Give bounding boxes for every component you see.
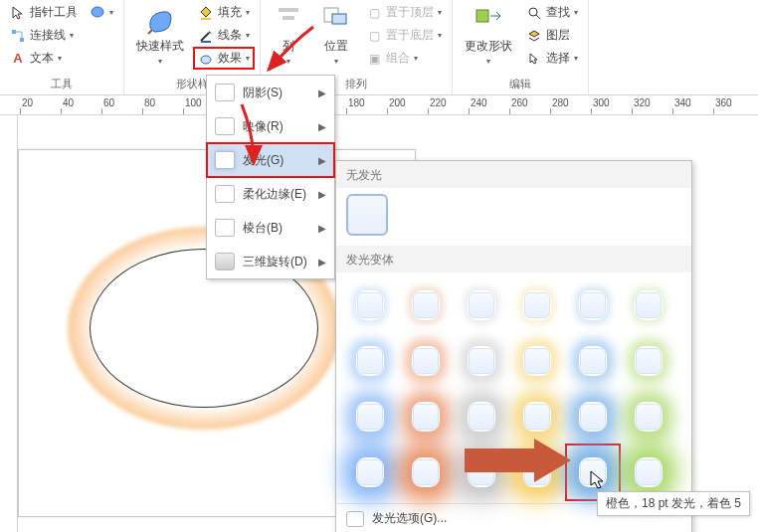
svg-rect-4 <box>201 41 211 43</box>
chevron-down-icon: ▾ <box>246 31 250 40</box>
svg-point-11 <box>529 8 537 16</box>
send-back-label: 置于底层 <box>386 27 434 44</box>
chevron-down-icon: ▾ <box>574 8 578 17</box>
glow-options-label: 发光选项(G)... <box>372 510 447 527</box>
ruler-tick-label: 320 <box>634 97 651 108</box>
send-back-button[interactable]: ▢ 置于底层 ▾ <box>362 25 446 46</box>
fill-button[interactable]: 填充 ▾ <box>194 2 254 23</box>
find-label: 查找 <box>546 4 570 21</box>
effects-dropdown: 阴影(S) ▶ 映像(R) ▶ 发光(G) ▶ 柔化边缘(E) ▶ 棱台(B) … <box>206 75 335 279</box>
menu-item-glow[interactable]: 发光(G) ▶ <box>207 143 334 177</box>
quick-style-button[interactable]: 快速样式 ▾ <box>130 2 190 68</box>
svg-rect-1 <box>20 38 24 42</box>
glow-swatch[interactable] <box>402 447 450 497</box>
chevron-down-icon: ▾ <box>58 54 62 63</box>
line-button[interactable]: 线条 ▾ <box>194 25 254 46</box>
effect-button[interactable]: 效果 ▾ <box>194 48 254 69</box>
glow-swatch[interactable] <box>458 280 505 330</box>
glow-swatch[interactable] <box>346 336 394 386</box>
menu-label: 棱台(B) <box>243 220 283 237</box>
group-icon: ▣ <box>366 51 382 67</box>
glow-swatch[interactable] <box>458 392 505 442</box>
pointer-icon <box>10 5 26 21</box>
tooltip-text: 橙色，18 pt 发光，着色 5 <box>606 496 741 510</box>
pointer-tool[interactable]: 指针工具 <box>6 2 82 23</box>
no-glow-swatch[interactable] <box>346 194 388 236</box>
glow-swatch[interactable] <box>513 280 561 330</box>
select-button[interactable]: 选择 ▾ <box>522 48 582 69</box>
ruler-tick-label: 360 <box>715 97 732 108</box>
effect-label: 效果 <box>218 50 242 67</box>
change-shape-label: 更改形状 <box>465 38 512 55</box>
chevron-down-icon: ▾ <box>438 8 442 17</box>
annotation-big-arrow-icon <box>460 436 579 485</box>
shadow-icon <box>215 84 235 101</box>
chevron-down-icon: ▾ <box>286 57 290 66</box>
glow-swatch[interactable] <box>346 280 394 330</box>
menu-label: 发光(G) <box>243 152 284 169</box>
svg-point-2 <box>92 7 103 17</box>
change-shape-button[interactable]: 更改形状 ▾ <box>459 2 518 68</box>
ruler-tick-label: 240 <box>471 97 487 108</box>
glow-swatch[interactable] <box>402 392 450 442</box>
glow-swatch[interactable] <box>513 336 561 386</box>
menu-item-bevel[interactable]: 棱台(B) ▶ <box>207 211 334 245</box>
ruler-tick-label: 180 <box>348 97 365 108</box>
chevron-down-icon: ▾ <box>246 8 250 17</box>
glow-swatch[interactable] <box>625 447 672 497</box>
fill-label: 填充 <box>218 4 242 21</box>
submenu-arrow-icon: ▶ <box>318 121 326 132</box>
position-button[interactable]: 位置 ▾ <box>314 2 358 68</box>
chevron-down-icon: ▾ <box>246 54 250 63</box>
svg-rect-10 <box>476 10 488 22</box>
glow-swatch[interactable] <box>625 336 672 386</box>
text-label: 文本 <box>30 50 54 67</box>
rotation-3d-icon <box>215 253 235 270</box>
find-button[interactable]: 查找 ▾ <box>522 2 582 23</box>
group-button[interactable]: ▣ 组合 ▾ <box>362 48 446 69</box>
glow-swatch[interactable] <box>346 447 394 497</box>
connector-tool[interactable]: 连接线 ▾ <box>6 25 82 46</box>
layers-button[interactable]: 图层 <box>522 25 582 46</box>
bring-front-button[interactable]: ▢ 置于顶层 ▾ <box>362 2 446 23</box>
menu-item-reflection[interactable]: 映像(R) ▶ <box>207 109 334 143</box>
connector-icon <box>10 28 26 44</box>
glow-swatch[interactable] <box>569 336 617 386</box>
no-glow-section-label: 无发光 <box>336 161 691 188</box>
menu-label: 三维旋转(D) <box>243 254 307 270</box>
svg-rect-0 <box>12 30 16 34</box>
svg-rect-3 <box>201 18 211 20</box>
glow-swatch[interactable] <box>569 280 617 330</box>
menu-item-3d-rotation[interactable]: 三维旋转(D) ▶ <box>207 245 334 278</box>
menu-label: 阴影(S) <box>243 85 283 101</box>
align-button[interactable]: 列 ▾ <box>267 2 310 68</box>
glow-swatch[interactable] <box>513 392 561 442</box>
glow-swatch[interactable] <box>402 336 450 386</box>
glow-swatch[interactable] <box>402 280 450 330</box>
group-label-tools: 工具 <box>51 75 73 94</box>
menu-item-soft-edges[interactable]: 柔化边缘(E) ▶ <box>207 177 334 211</box>
ellipse-icon <box>90 4 105 20</box>
connector-label: 连接线 <box>30 27 66 44</box>
submenu-arrow-icon: ▶ <box>318 189 326 200</box>
select-icon <box>526 51 542 67</box>
chevron-down-icon: ▾ <box>438 31 442 40</box>
fill-icon <box>198 5 214 21</box>
glow-swatch[interactable] <box>625 280 672 330</box>
glow-swatch[interactable] <box>458 336 505 386</box>
select-label: 选择 <box>546 50 570 67</box>
chevron-down-icon: ▾ <box>70 31 74 40</box>
glow-swatch[interactable] <box>569 392 617 442</box>
shape-picker[interactable]: ▾ <box>86 2 117 22</box>
menu-item-shadow[interactable]: 阴影(S) ▶ <box>207 76 334 109</box>
svg-rect-6 <box>279 8 298 12</box>
ruler-tick-label: 200 <box>389 97 406 108</box>
glow-swatch[interactable] <box>346 392 394 442</box>
ribbon-group-edit: 更改形状 ▾ 查找 ▾ 图层 选择 ▾ 编辑 <box>453 0 589 94</box>
bring-front-icon: ▢ <box>366 5 382 21</box>
text-tool[interactable]: A 文本 ▾ <box>6 48 82 69</box>
bevel-icon <box>215 219 235 237</box>
glow-swatch[interactable] <box>625 392 672 442</box>
svg-point-5 <box>201 56 211 64</box>
chevron-down-icon: ▾ <box>334 57 338 66</box>
